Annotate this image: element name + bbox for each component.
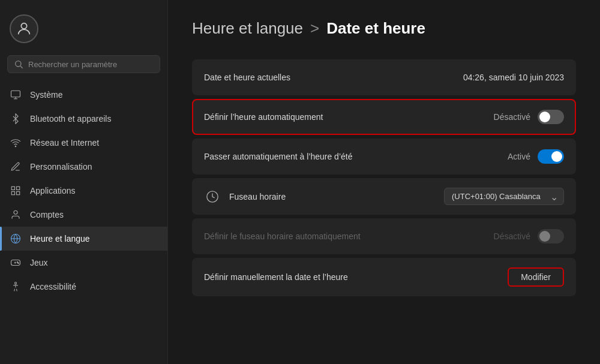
row-current-datetime: Date et heure actuelles 04:26, samedi 10… [192, 59, 576, 95]
sidebar-item-applications[interactable]: Applications [0, 179, 167, 203]
row-label-current-datetime: Date et heure actuelles [204, 73, 463, 82]
nav-list: Système Bluetooth et appareils Réseau et… [0, 83, 167, 364]
sidebar-item-jeux[interactable]: Jeux [0, 251, 167, 275]
row-label-auto-timezone: Définir le fuseau horaire automatiquemen… [204, 231, 494, 241]
row-auto-time: Définir l’heure automatiquement Désactiv… [192, 99, 576, 135]
row-label-auto-time: Définir l’heure automatiquement [204, 112, 494, 122]
main-content: Heure et langue > Date et heure Date et … [168, 0, 600, 364]
sidebar-item-label: Comptes [30, 210, 64, 219]
globe-clock-icon [204, 188, 221, 205]
breadcrumb-parent: Heure et langue [192, 19, 303, 38]
accessibility-icon [10, 281, 22, 293]
svg-point-0 [21, 23, 26, 29]
wifi-icon [10, 137, 22, 149]
row-label-summer-time: Passer automatiquement à l’heure d’été [204, 152, 508, 161]
sidebar-item-comptes[interactable]: Comptes [0, 203, 167, 227]
svg-point-6 [15, 146, 16, 147]
page-header: Heure et langue > Date et heure [192, 19, 576, 38]
section-auto-timezone: Définir le fuseau horaire automatiquemen… [192, 218, 576, 254]
timezone-dropdown-wrapper[interactable]: (UTC+01:00) Casablanca [444, 188, 564, 205]
section-summer-time: Passer automatiquement à l’heure d’été A… [192, 139, 576, 175]
toggle-auto-timezone[interactable] [538, 229, 564, 243]
svg-rect-10 [17, 192, 20, 195]
timezone-select[interactable]: (UTC+01:00) Casablanca [444, 188, 564, 205]
svg-line-2 [20, 66, 23, 68]
svg-rect-9 [11, 192, 14, 195]
sidebar-item-accessibilite[interactable]: Accessibilité [0, 275, 167, 299]
search-input[interactable] [28, 60, 154, 69]
svg-rect-7 [11, 186, 14, 189]
sidebar-item-heure[interactable]: Heure et langue [0, 227, 167, 251]
row-manual-datetime: Définir manuellement la date et l’heure … [192, 258, 576, 296]
breadcrumb-current: Date et heure [326, 19, 425, 38]
row-summer-time: Passer automatiquement à l’heure d’été A… [192, 139, 576, 175]
svg-rect-3 [11, 91, 20, 97]
sidebar-item-label: Système [30, 90, 62, 100]
breadcrumb-separator: > [310, 19, 319, 38]
row-value-summer-time: Activé [508, 152, 530, 161]
monitor-icon [10, 89, 22, 101]
section-manual-datetime: Définir manuellement la date et l’heure … [192, 258, 576, 296]
sidebar-item-label: Réseau et Internet [30, 138, 99, 148]
sidebar-item-label: Heure et langue [30, 234, 90, 243]
row-value-current-datetime: 04:26, samedi 10 juin 2023 [463, 73, 564, 82]
user-avatar-icon [16, 20, 32, 37]
row-value-auto-timezone: Désactivé [494, 231, 530, 241]
sidebar-item-bluetooth[interactable]: Bluetooth et appareils [0, 107, 167, 131]
sidebar-item-label: Applications [30, 186, 76, 195]
row-auto-timezone: Définir le fuseau horaire automatiquemen… [192, 218, 576, 254]
row-value-auto-time: Désactivé [494, 112, 530, 122]
svg-point-17 [17, 262, 18, 263]
avatar-area [0, 10, 167, 55]
svg-point-19 [15, 282, 17, 284]
sidebar-item-label: Jeux [30, 258, 48, 267]
sidebar-item-reseau[interactable]: Réseau et Internet [0, 131, 167, 155]
svg-point-1 [16, 61, 21, 67]
svg-rect-8 [17, 186, 20, 189]
sidebar-item-perso[interactable]: Personnalisation [0, 155, 167, 179]
section-current-datetime: Date et heure actuelles 04:26, samedi 10… [192, 59, 576, 95]
bluetooth-icon [10, 113, 22, 125]
section-auto-time: Définir l’heure automatiquement Désactiv… [192, 99, 576, 135]
grid-icon [10, 185, 22, 197]
section-timezone: Fuseau horaire (UTC+01:00) Casablanca [192, 178, 576, 215]
modifier-button[interactable]: Modifier [508, 267, 564, 287]
search-box[interactable] [7, 55, 160, 73]
sidebar-item-label: Accessibilité [30, 282, 76, 291]
pen-icon [10, 161, 22, 173]
row-label-manual-datetime: Définir manuellement la date et l’heure [204, 272, 508, 282]
globe-icon [10, 233, 22, 245]
sidebar-item-systeme[interactable]: Système [0, 83, 167, 107]
sidebar-item-label: Bluetooth et appareils [30, 114, 111, 124]
toggle-summer-time[interactable] [538, 149, 564, 164]
toggle-auto-time[interactable] [538, 110, 564, 124]
sidebar-item-label: Personnalisation [30, 162, 92, 172]
row-label-timezone: Fuseau horaire [229, 192, 444, 201]
gamepad-icon [10, 257, 22, 269]
svg-point-11 [14, 210, 17, 214]
search-icon [14, 59, 23, 69]
sidebar: Système Bluetooth et appareils Réseau et… [0, 0, 168, 364]
user-icon [10, 209, 22, 221]
row-timezone: Fuseau horaire (UTC+01:00) Casablanca [192, 178, 576, 215]
avatar[interactable] [10, 14, 38, 43]
svg-point-18 [18, 263, 19, 264]
